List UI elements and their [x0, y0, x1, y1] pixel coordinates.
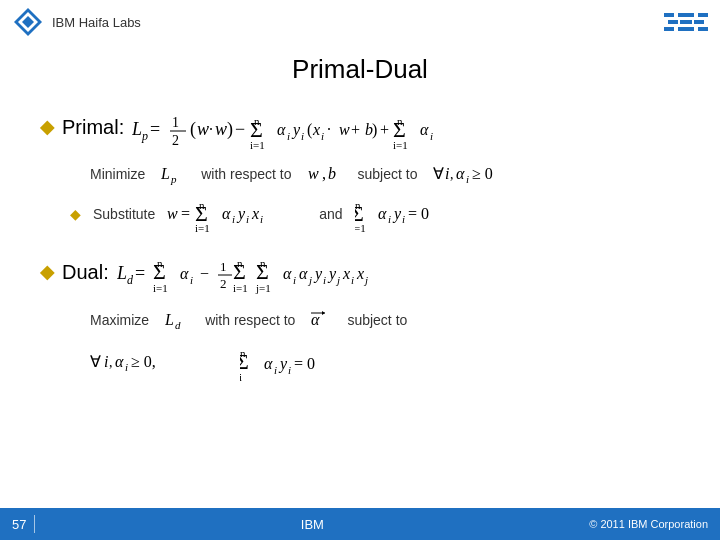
- substitute-bullet: ◆: [70, 206, 81, 223]
- svg-text:Σ: Σ: [256, 259, 269, 284]
- maximize-label: Maximize: [90, 312, 149, 328]
- svg-text:≥ 0,: ≥ 0,: [131, 353, 156, 370]
- svg-text:i: i: [125, 361, 128, 373]
- minimize-row: Minimize L p with respect to w , b subje…: [90, 163, 680, 185]
- svg-text:): ): [227, 119, 233, 140]
- minimize-respect: with respect to: [201, 166, 291, 182]
- svg-text:y: y: [236, 205, 246, 223]
- constraint-formula1: ∀ i , α i ≥ 0,: [90, 343, 210, 381]
- header: IBM Haifa Labs: [0, 0, 720, 44]
- svg-rect-5: [664, 27, 708, 31]
- svg-marker-109: [322, 311, 325, 315]
- constraint-formula2: n Σ i α i y i = 0: [240, 341, 360, 383]
- footer-copyright: © 2011 IBM Corporation: [589, 518, 708, 530]
- svg-rect-3: [664, 13, 708, 17]
- svg-text:b: b: [328, 165, 336, 182]
- footer: 57 IBM © 2011 IBM Corporation: [0, 508, 720, 540]
- svg-text:∀: ∀: [90, 353, 101, 370]
- svg-text:α: α: [264, 355, 273, 372]
- primal-section: ◆ Primal: L p = 1 2 ( w · w ) − n Σ i=1 …: [40, 103, 680, 151]
- svg-text:i=1: i=1: [393, 139, 408, 151]
- svg-text:i: i: [240, 371, 242, 383]
- svg-text:Σ: Σ: [153, 259, 166, 284]
- svg-text:x: x: [356, 265, 364, 282]
- svg-text:y: y: [278, 355, 288, 373]
- svg-text:i: i: [402, 213, 405, 225]
- svg-text:L: L: [165, 311, 174, 328]
- svg-text:y: y: [313, 265, 323, 283]
- svg-text:= 0: = 0: [294, 355, 315, 372]
- svg-text:α: α: [180, 265, 189, 282]
- svg-text:i=1: i=1: [250, 139, 265, 151]
- minimize-subject: subject to: [358, 166, 418, 182]
- footer-page-number: 57: [12, 517, 26, 532]
- svg-text:L: L: [161, 165, 170, 182]
- primal-label: Primal:: [62, 116, 124, 139]
- page-title: Primal-Dual: [40, 54, 680, 85]
- svg-text:+: +: [380, 121, 389, 138]
- footer-divider: [34, 515, 35, 533]
- svg-text:d: d: [127, 273, 134, 287]
- main-content: Primal-Dual ◆ Primal: L p = 1 2 ( w · w …: [0, 44, 720, 383]
- svg-text:i=1: i=1: [355, 222, 366, 233]
- substitute-formula1: w = n Σ i=1 α i y i x i: [167, 195, 307, 233]
- svg-text:i: i: [388, 213, 391, 225]
- svg-text:(: (: [307, 121, 312, 139]
- svg-text:α: α: [311, 311, 320, 328]
- svg-text:p: p: [170, 173, 177, 185]
- dual-bullet: ◆: [40, 261, 54, 283]
- svg-text:i: i: [321, 130, 324, 142]
- svg-rect-6: [674, 13, 678, 17]
- constraint-row: ∀ i , α i ≥ 0, n Σ i α i y i = 0: [90, 341, 680, 383]
- svg-text:α: α: [378, 205, 387, 222]
- svg-rect-11: [692, 20, 694, 24]
- maximize-alpha: α: [311, 309, 331, 331]
- svg-text:x: x: [342, 265, 350, 282]
- ibm-logo-right: [664, 13, 708, 31]
- svg-text:i: i: [445, 165, 449, 182]
- svg-text:i: i: [190, 274, 193, 286]
- svg-text:x: x: [251, 205, 259, 222]
- maximize-row: Maximize L d with respect to α subject t…: [90, 309, 680, 331]
- svg-text:y: y: [327, 265, 337, 283]
- primal-bullet: ◆: [40, 116, 54, 138]
- svg-text:w: w: [197, 119, 209, 139]
- substitute-label: Substitute: [93, 206, 155, 222]
- svg-text:i: i: [274, 364, 277, 376]
- svg-rect-7: [694, 13, 698, 17]
- svg-text:i=1: i=1: [153, 282, 168, 294]
- svg-text:=: =: [181, 205, 190, 222]
- svg-text:i: i: [351, 274, 354, 286]
- svg-text:= 0: = 0: [408, 205, 429, 222]
- svg-text:j: j: [307, 274, 312, 286]
- svg-text:i: i: [430, 130, 433, 142]
- substitute-formula2: n Σ i=1 α i y i = 0: [355, 195, 475, 233]
- svg-text:Σ: Σ: [233, 259, 246, 284]
- svg-text:α: α: [277, 121, 286, 138]
- svg-text:i: i: [293, 274, 296, 286]
- svg-text:1: 1: [220, 259, 227, 274]
- minimize-vars: w , b: [308, 163, 342, 185]
- svg-text:w: w: [308, 165, 319, 182]
- svg-text:d: d: [175, 319, 181, 331]
- header-title: IBM Haifa Labs: [52, 15, 141, 30]
- dual-section: ◆ Dual: L d = n Σ i=1 α i − 1 2 n Σ i=1 …: [40, 247, 680, 297]
- svg-text:α: α: [222, 205, 231, 222]
- svg-text:i: i: [288, 364, 291, 376]
- svg-text:1: 1: [172, 115, 179, 130]
- svg-text:): ): [372, 121, 377, 139]
- svg-text:α: α: [283, 265, 292, 282]
- substitute-and: and: [319, 206, 342, 222]
- svg-text:2: 2: [172, 133, 179, 148]
- svg-text:=: =: [150, 119, 160, 139]
- svg-text:i: i: [104, 353, 108, 370]
- svg-text:,: ,: [109, 355, 113, 370]
- svg-rect-10: [678, 20, 680, 24]
- svg-text:∀: ∀: [433, 165, 444, 182]
- maximize-ld: L d: [165, 309, 189, 331]
- svg-text:i=1: i=1: [233, 282, 248, 294]
- maximize-subject: subject to: [347, 312, 407, 328]
- svg-text:+: +: [351, 121, 360, 138]
- minimize-constraint: ∀ i , α i ≥ 0: [433, 163, 523, 185]
- svg-text:i: i: [301, 130, 304, 142]
